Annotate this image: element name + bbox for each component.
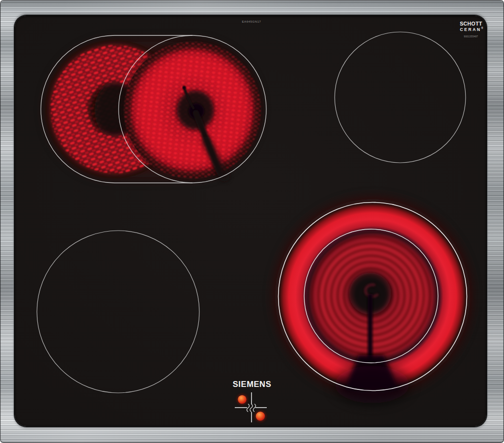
ceran-text: CERAN [460, 27, 481, 32]
schott-logo-line1: SCHOTT [459, 21, 483, 26]
zone-back-right-outline [335, 32, 466, 163]
residual-heat-dot-back [237, 394, 248, 405]
cooktop-photo: EA645GN17 SCHOTT CERAN® 9001355487 SIEME… [0, 0, 504, 443]
siemens-logo: SIEMENS [223, 380, 281, 389]
registered-mark: ® [481, 27, 483, 30]
schott-ceran-logo: SCHOTT CERAN® 9001355487 [459, 21, 483, 38]
schott-logo-line2: CERAN® [460, 26, 483, 32]
residual-heat-indicator [235, 392, 267, 422]
zone-front-left-outline [37, 231, 199, 393]
heat-waves-icon [247, 404, 255, 412]
residual-heat-dot-front [255, 411, 266, 422]
model-number-label: EA645GN17 [230, 20, 273, 23]
cooktop-graphics [0, 0, 504, 443]
zone-back-left-glow [45, 40, 261, 178]
glass-code-label: 9001355487 [459, 35, 483, 38]
